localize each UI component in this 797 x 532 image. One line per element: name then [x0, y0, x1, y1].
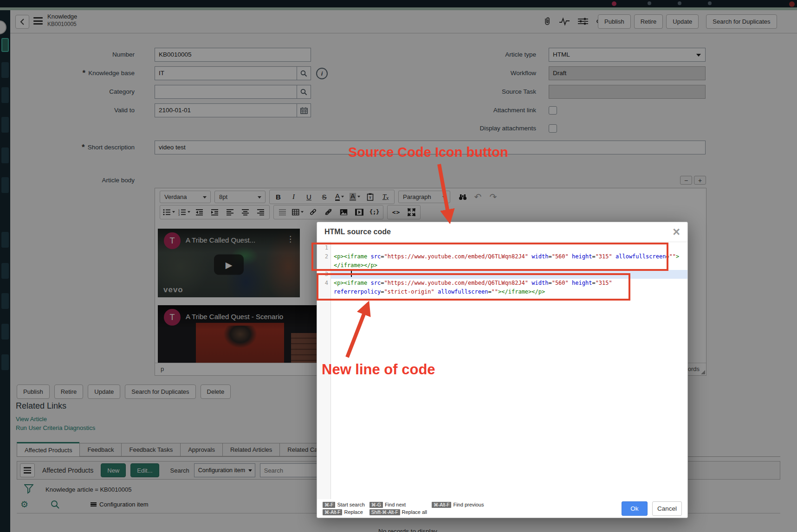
- shortcut-key: ⌘-Alt-F: [432, 502, 451, 508]
- dialog-header: HTML source code ×: [317, 222, 687, 242]
- shortcut-key: Shift-⌘-Alt-F: [369, 509, 400, 515]
- annotation-box-new-code: [317, 273, 630, 301]
- cancel-button[interactable]: Cancel: [652, 501, 682, 516]
- close-icon[interactable]: ×: [673, 227, 680, 237]
- ok-button[interactable]: Ok: [622, 501, 648, 516]
- dialog-title: HTML source code: [324, 228, 391, 236]
- shortcut-key: ⌘-Alt-F: [323, 509, 342, 515]
- shortcut-label: Replace all: [402, 509, 427, 515]
- shortcut-label: Start search: [337, 502, 364, 507]
- annotation-source-code-button: Source Code Icon button: [348, 145, 508, 160]
- servicenow-knowledge-form: Knowledge KB0010005 Publish Retire Updat…: [0, 0, 797, 532]
- shortcut-label: Find next: [385, 502, 406, 507]
- shortcut-key: ⌘-F: [323, 502, 335, 508]
- shortcut-key: ⌘-G: [369, 502, 383, 508]
- shortcut-label: Replace: [344, 509, 363, 515]
- shortcut-label: Find previous: [453, 502, 484, 507]
- dialog-footer: ⌘-FStart search ⌘-Alt-FReplace ⌘-GFind n…: [317, 499, 687, 518]
- annotation-new-line-of-code: New line of code: [322, 361, 435, 378]
- annotation-box-old-code: [311, 243, 668, 271]
